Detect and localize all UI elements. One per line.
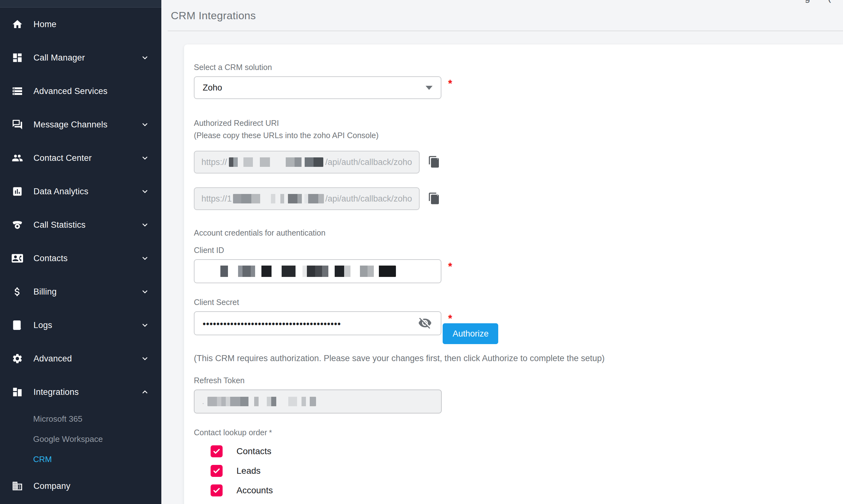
contacts-icon [12,253,23,264]
sidebar-item-logs[interactable]: Logs [0,308,161,342]
home-icon [12,19,23,30]
crm-select-label: Select a CRM solution [194,63,830,72]
redirect-url-field-1: https:// /api/auth/callback/zoho [194,151,419,174]
sidebar-item-contact-center[interactable]: Contact Center [0,141,161,175]
redirect-url-row: https:// /api/auth/callback/zoho [194,151,830,174]
chevron-down-icon [140,354,150,364]
redacted-refresh-token [207,397,316,406]
sidebar-item-advanced[interactable]: Advanced [0,342,161,375]
lookup-option-row: Leads [211,465,830,477]
url-suffix: /api/auth/callback/zoho [325,194,412,204]
sidebar-item-label: Message Channels [33,120,107,130]
refresh-token-field: . [194,390,442,413]
sidebar-item-message-channels[interactable]: Message Channels [0,108,161,141]
data-analytics-icon [12,186,23,197]
sidebar-item-contacts[interactable]: Contacts [0,241,161,275]
advanced-services-icon [12,86,23,97]
checkbox-leads[interactable] [211,465,223,477]
required-asterisk: * [448,77,452,90]
redacted-host [229,157,323,167]
chevron-down-icon [140,120,150,130]
sidebar-item-label: Contact Center [33,153,91,163]
chevron-down-icon [140,53,150,63]
authorize-note: (This CRM requires authorization. Please… [194,354,830,363]
sidebar-nav: HomeCall ManagerAdvanced ServicesMessage… [0,7,161,503]
redirect-url-field-2: https://1 /api/auth/callback/zoho [194,187,419,210]
chevron-down-icon [140,287,150,297]
sidebar-item-label: Advanced Services [33,86,108,96]
checkbox-label: Leads [237,466,260,476]
sidebar-subitem-microsoft-365[interactable]: Microsoft 365 [0,409,161,429]
lookup-order-label: Contact lookup order* [194,428,830,437]
check-icon [212,486,221,495]
lookup-option-row: Accounts [211,484,830,497]
sidebar-item-home[interactable]: Home [0,7,161,41]
dropdown-caret-icon [426,86,433,90]
toggle-secret-visibility-button[interactable] [417,316,433,331]
sidebar-item-label: Advanced [33,354,72,364]
sidebar-item-billing[interactable]: Billing [0,275,161,308]
sidebar-item-call-statistics[interactable]: Call Statistics [0,208,161,241]
billing-icon [12,286,23,298]
page-title: CRM Integrations [171,10,843,22]
chevron-up-icon [140,387,150,397]
crm-solution-value: Zoho [203,83,222,93]
lookup-option-row: Contacts [211,445,830,457]
sidebar-item-label: Home [33,20,56,29]
url-suffix: /api/auth/callback/zoho [325,157,412,167]
chevron-down-icon [140,153,150,163]
sidebar-item-advanced-services[interactable]: Advanced Services [0,74,161,108]
message-channels-icon [12,119,23,130]
visibility-off-icon [418,326,432,331]
sidebar-item-call-manager[interactable]: Call Manager [0,41,161,74]
lookup-required-mark: * [269,428,272,437]
redirect-uri-hint: (Please copy these URLs into the zoho AP… [194,131,830,140]
redacted-client-id [203,266,396,277]
sidebar-item-data-analytics[interactable]: Data Analytics [0,175,161,208]
sidebar-item-label: Billing [33,287,56,297]
copy-url-2-button[interactable] [427,192,441,206]
company-icon [12,480,23,492]
sidebar-subitem-label: Google Workspace [33,434,103,444]
checkbox-contacts[interactable] [211,445,223,457]
chevron-down-icon [140,320,150,330]
required-asterisk: * [448,260,452,272]
main-content: g ( CRM Integrations Select a CRM soluti… [161,0,843,504]
integrations-icon [12,386,23,398]
client-id-label: Client ID [194,246,830,255]
client-secret-input[interactable]: •••••••••••••••••••••••••••••••••••••••• [194,311,442,335]
copy-url-1-button[interactable] [427,155,441,169]
header-divider [168,31,843,31]
sidebar-item-label: Contacts [33,254,68,263]
redirect-uri-label: Authorized Redirect URI [194,119,830,128]
copy-icon [428,155,441,170]
sidebar-item-label: Call Statistics [33,220,86,230]
refresh-token-label: Refresh Token [194,376,830,385]
checkbox-accounts[interactable] [211,484,223,497]
redirect-url-row: https://1 /api/auth/callback/zoho [194,187,830,210]
sidebar-item-label: Data Analytics [33,187,88,197]
chevron-down-icon [140,186,150,197]
sidebar-item-label: Company [33,481,70,491]
sidebar-item-integrations[interactable]: Integrations [0,375,161,409]
logs-icon [12,320,23,331]
call-statistics-icon [12,219,23,231]
lookup-options: ContactsLeadsAccounts [194,445,830,497]
contact-center-icon [12,152,23,164]
sidebar-item-label: Integrations [33,387,79,397]
checkbox-label: Accounts [237,485,273,496]
checkbox-label: Contacts [237,446,272,456]
sidebar-item-label: Call Manager [33,53,85,63]
client-secret-label: Client Secret [194,298,830,307]
crm-solution-select[interactable]: Zoho [194,76,442,99]
url-prefix: https:// [202,157,227,167]
sidebar-item-company[interactable]: Company [0,469,161,503]
sidebar-subitem-label: Microsoft 365 [33,414,82,424]
redacted-host [233,194,324,203]
sidebar-subitem-crm[interactable]: CRM [0,449,161,469]
sidebar-subitem-google-workspace[interactable]: Google Workspace [0,429,161,449]
client-id-input[interactable] [194,259,442,283]
sidebar-item-label: Logs [33,321,52,330]
crm-form-card: Select a CRM solution Zoho * Authorized … [184,44,843,504]
authorize-button[interactable]: Authorize [443,323,498,344]
